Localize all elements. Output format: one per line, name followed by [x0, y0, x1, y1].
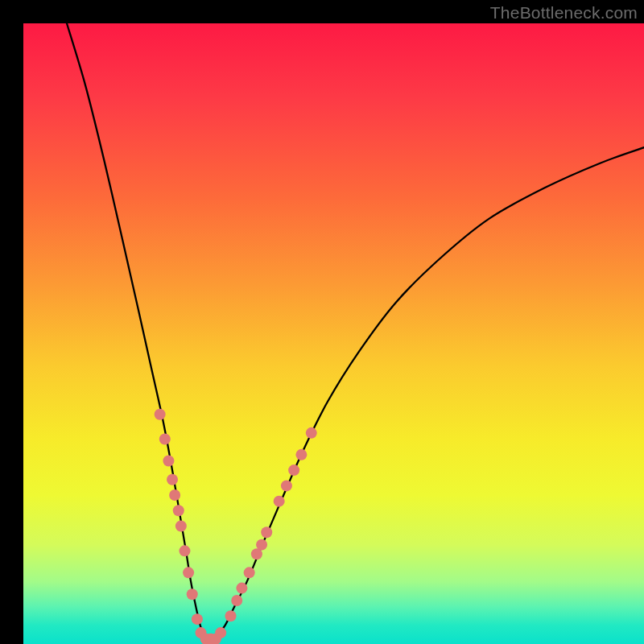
data-point: [281, 480, 292, 491]
data-point: [163, 456, 174, 467]
data-point: [306, 427, 317, 439]
data-point: [256, 539, 267, 551]
data-point: [192, 613, 203, 625]
data-point: [169, 489, 180, 501]
watermark-text: TheBottleneck.com: [490, 3, 638, 23]
data-point: [225, 610, 237, 621]
data-point: [244, 567, 255, 578]
data-point: [215, 627, 226, 638]
data-point: [183, 567, 194, 578]
data-point: [167, 474, 178, 485]
data-point: [231, 595, 242, 606]
data-point: [261, 526, 272, 538]
highlight-dots: [23, 23, 644, 644]
data-point: [295, 449, 307, 460]
chart-outer: TheBottleneck.com: [0, 0, 644, 644]
plot-area: [23, 23, 644, 644]
data-point: [288, 464, 299, 476]
data-point: [173, 505, 184, 516]
data-point: [159, 434, 171, 445]
data-point: [155, 409, 166, 420]
data-point: [175, 521, 187, 532]
data-point: [179, 545, 190, 556]
data-point: [187, 588, 198, 600]
data-point: [236, 583, 247, 594]
data-point: [274, 496, 285, 507]
